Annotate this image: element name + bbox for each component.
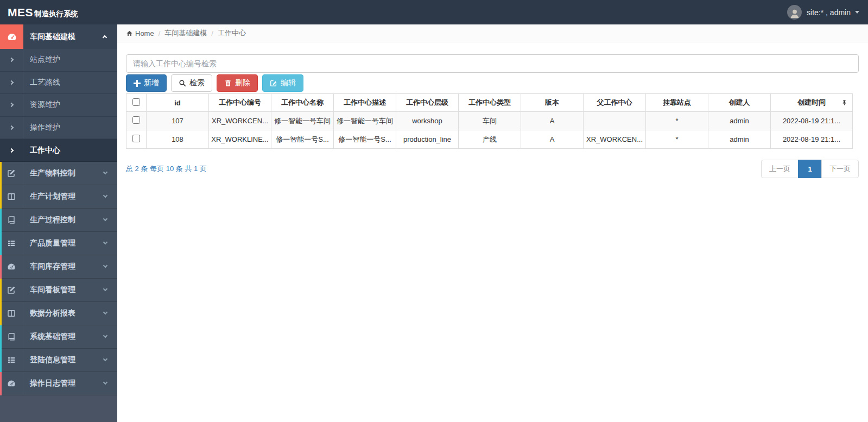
column-header-station: 挂靠站点 <box>646 94 708 112</box>
edit-button[interactable]: 编辑 <box>262 74 303 92</box>
sidebar-item-work-center[interactable]: 工作中心 <box>0 139 117 162</box>
cell-level: workshop <box>396 112 459 130</box>
add-button[interactable]: 新增 <box>126 74 167 92</box>
chevron-right-icon <box>9 58 14 62</box>
cell-type: 产线 <box>459 130 521 149</box>
breadcrumb: Home / 车间基础建模 / 工作中心 <box>117 24 868 42</box>
gauge-icon <box>0 24 23 49</box>
table-footer: 总 2 条 每页 10 条 共 1 页 上一页 1 下一页 <box>126 160 859 178</box>
chevron-up-icon <box>103 35 107 40</box>
cell-version: A <box>521 112 584 130</box>
work-center-table: id 工作中心编号 工作中心名称 工作中心描述 工作中心层级 工作中心类型 版本… <box>126 93 853 149</box>
cell-created-time: 2022-08-19 21:1... <box>771 112 853 130</box>
sidebar-item-production-process-control[interactable]: 生产过程控制 <box>0 209 117 232</box>
chevron-down-icon <box>103 263 107 268</box>
search-button[interactable]: 检索 <box>171 74 212 92</box>
chevron-down-icon <box>103 380 107 385</box>
sidebar: 车间基础建模 站点维护 工艺路线 资源维护 操作维护 工作中心 生产物料控制 生… <box>0 24 117 422</box>
cell-level: production_line <box>396 130 459 149</box>
user-avatar <box>787 5 802 20</box>
sidebar-item-resource-maintenance[interactable]: 资源维护 <box>0 94 117 117</box>
top-navbar: MES 制造执行系统 site:* , admin <box>0 0 868 24</box>
pin-icon[interactable] <box>841 100 847 106</box>
sidebar-item-workshop-kanban-management[interactable]: 车间看板管理 <box>0 279 117 302</box>
sidebar-item-data-analysis-report[interactable]: 数据分析报表 <box>0 302 117 325</box>
cell-id: 108 <box>147 130 209 149</box>
sidebar-item-label: 站点维护 <box>30 55 60 65</box>
cell-code: XR_WORKLINE... <box>209 130 271 149</box>
sidebar-item-system-basic-management[interactable]: 系统基础管理 <box>0 325 117 349</box>
content-area: 新增 检索 删除 编辑 <box>117 42 868 178</box>
sidebar-item-label: 工作中心 <box>30 146 60 155</box>
breadcrumb-home-link[interactable]: Home <box>126 29 154 37</box>
chevron-down-icon <box>103 217 107 221</box>
row-checkbox[interactable] <box>132 135 140 142</box>
brand-bold: MES <box>8 6 33 19</box>
chevron-down-icon <box>103 193 107 198</box>
list-icon <box>7 356 16 364</box>
cell-code: XR_WORKCEN... <box>209 112 271 130</box>
table-header-row: id 工作中心编号 工作中心名称 工作中心描述 工作中心层级 工作中心类型 版本… <box>126 94 853 112</box>
columns-icon <box>7 309 16 318</box>
sidebar-item-label: 产品质量管理 <box>30 238 104 248</box>
chevron-right-icon <box>9 103 14 107</box>
chevron-down-icon <box>103 287 107 291</box>
cell-description: 修一智能一号车间 <box>334 112 396 130</box>
sidebar-item-production-plan-management[interactable]: 生产计划管理 <box>0 185 117 209</box>
sidebar-item-process-route[interactable]: 工艺路线 <box>0 72 117 95</box>
sidebar-item-workshop-inventory-management[interactable]: 车间库存管理 <box>0 255 117 279</box>
sidebar-item-label: 系统基础管理 <box>30 332 104 342</box>
user-label: site:* , admin <box>807 8 851 17</box>
user-icon <box>789 8 800 19</box>
column-header-code: 工作中心编号 <box>209 94 271 112</box>
user-menu[interactable]: site:* , admin <box>787 5 859 20</box>
chevron-down-icon <box>103 357 107 361</box>
home-icon <box>126 30 133 37</box>
sidebar-item-label: 生产物料控制 <box>30 168 104 178</box>
sidebar-item-label: 操作维护 <box>30 123 60 133</box>
book-icon <box>7 332 16 341</box>
sidebar-item-station-maintenance[interactable]: 站点维护 <box>0 49 117 72</box>
caret-down-icon <box>855 11 859 14</box>
chevron-down-icon <box>103 310 107 314</box>
page-1-button[interactable]: 1 <box>798 160 822 178</box>
sidebar-item-label: 生产过程控制 <box>30 215 104 225</box>
column-header-level: 工作中心层级 <box>396 94 459 112</box>
next-page-button[interactable]: 下一页 <box>821 160 859 178</box>
sidebar-item-login-info-management[interactable]: 登陆信息管理 <box>0 349 117 372</box>
chevron-down-icon <box>103 333 107 338</box>
gauge-icon <box>7 379 16 388</box>
toolbar: 新增 检索 删除 编辑 <box>126 74 859 92</box>
column-header-parent: 父工作中心 <box>584 94 646 112</box>
chevron-right-icon <box>9 148 14 152</box>
sidebar-item-workshop-modeling[interactable]: 车间基础建模 <box>0 24 117 49</box>
row-checkbox[interactable] <box>132 116 140 124</box>
sidebar-item-operation-maintenance[interactable]: 操作维护 <box>0 117 117 140</box>
cell-creator: admin <box>708 112 771 130</box>
sidebar-item-product-quality-management[interactable]: 产品质量管理 <box>0 232 117 255</box>
chevron-right-icon <box>9 80 14 85</box>
cell-name: 修一智能一号车间 <box>271 112 334 130</box>
breadcrumb-separator: / <box>211 29 213 37</box>
sidebar-item-label: 数据分析报表 <box>30 308 104 318</box>
search-input[interactable] <box>126 54 859 73</box>
main-content: Home / 车间基础建模 / 工作中心 新增 检索 删除 编辑 <box>117 24 868 422</box>
chevron-down-icon <box>103 240 107 244</box>
breadcrumb-separator: / <box>159 29 161 37</box>
table-row: 107 XR_WORKCEN... 修一智能一号车间 修一智能一号车间 work… <box>126 112 853 130</box>
cell-parent <box>584 112 646 130</box>
brand-subtitle: 制造执行系统 <box>34 9 78 19</box>
sidebar-item-operation-log-management[interactable]: 操作日志管理 <box>0 372 117 395</box>
breadcrumb-level1[interactable]: 车间基础建模 <box>164 28 207 38</box>
pencil-icon <box>7 286 16 294</box>
delete-button[interactable]: 删除 <box>217 74 258 92</box>
column-header-description: 工作中心描述 <box>334 94 396 112</box>
cell-description: 修一智能一号S... <box>334 130 396 149</box>
cell-station: * <box>646 130 708 149</box>
cell-parent: XR_WORKCEN... <box>584 130 646 149</box>
prev-page-button[interactable]: 上一页 <box>761 160 799 178</box>
select-all-checkbox[interactable] <box>132 98 140 106</box>
columns-icon <box>7 192 16 201</box>
sidebar-item-label: 操作日志管理 <box>30 379 104 388</box>
sidebar-item-production-material-control[interactable]: 生产物料控制 <box>0 162 117 185</box>
